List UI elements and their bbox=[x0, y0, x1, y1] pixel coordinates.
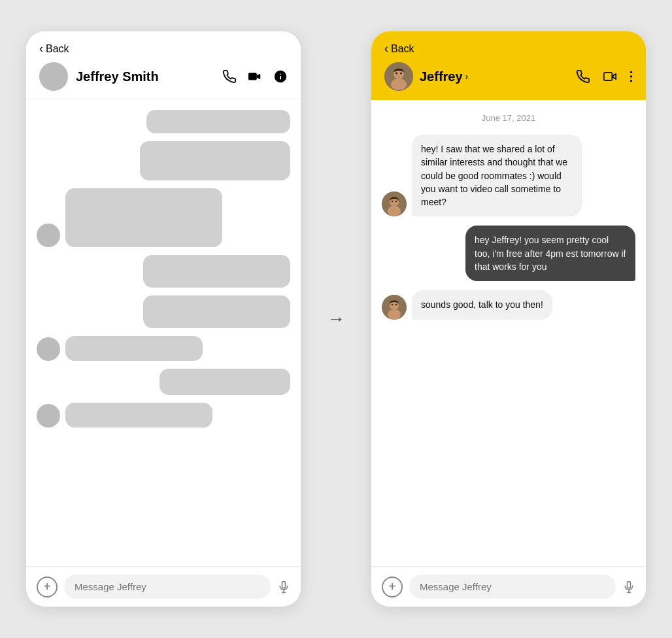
message-input-left[interactable] bbox=[64, 575, 271, 599]
svg-point-20 bbox=[392, 201, 394, 203]
placeholder-bubble bbox=[146, 110, 290, 133]
svg-rect-27 bbox=[628, 581, 631, 588]
svg-point-26 bbox=[395, 303, 397, 305]
video-icon-right[interactable] bbox=[602, 70, 618, 83]
phone-icon-left[interactable] bbox=[222, 69, 237, 84]
avatar-jeffrey-1 bbox=[382, 192, 407, 216]
svg-rect-13 bbox=[604, 73, 613, 80]
left-phone: ‹ Back Jeffrey Smith bbox=[26, 31, 301, 607]
right-phone: ‹ Back bbox=[371, 31, 646, 607]
contact-name-right[interactable]: Jeffrey › bbox=[420, 69, 468, 84]
avatar-placeholder bbox=[37, 337, 60, 361]
mic-icon-right[interactable] bbox=[622, 580, 635, 594]
svg-point-19 bbox=[388, 206, 401, 216]
placeholder-bubble bbox=[160, 369, 290, 395]
chevron-right-icon: › bbox=[465, 71, 469, 82]
table-row bbox=[37, 403, 290, 428]
placeholder-bubble bbox=[140, 141, 290, 180]
video-icon-left[interactable] bbox=[247, 69, 263, 84]
back-label-left: Back bbox=[46, 43, 69, 55]
placeholder-bubble bbox=[65, 336, 203, 361]
message-bubble-1: hey! I saw that we shared a lot of simil… bbox=[412, 135, 582, 216]
avatar-right[interactable] bbox=[384, 62, 413, 91]
more-icon-right[interactable] bbox=[630, 70, 633, 83]
avatar-placeholder bbox=[37, 404, 60, 428]
placeholder-bubble bbox=[65, 403, 212, 428]
chevron-left-icon: ‹ bbox=[39, 42, 43, 56]
svg-point-24 bbox=[388, 309, 401, 320]
avatar-jeffrey-2 bbox=[382, 295, 407, 320]
placeholder-bubble bbox=[143, 295, 290, 328]
chevron-left-icon-right: ‹ bbox=[384, 42, 388, 56]
svg-point-10 bbox=[395, 73, 397, 75]
back-button-left[interactable]: ‹ Back bbox=[39, 42, 288, 56]
info-icon-left[interactable] bbox=[273, 69, 288, 84]
phone-icon-right[interactable] bbox=[576, 69, 590, 84]
right-header: ‹ Back bbox=[371, 31, 646, 100]
table-row bbox=[37, 110, 290, 133]
date-label: June 17, 2021 bbox=[382, 113, 635, 123]
svg-point-14 bbox=[630, 71, 632, 73]
contact-name-left: Jeffrey Smith bbox=[76, 69, 159, 84]
avatar-placeholder bbox=[37, 224, 60, 247]
svg-point-15 bbox=[630, 75, 632, 77]
plus-button-left[interactable]: + bbox=[37, 577, 58, 597]
svg-point-16 bbox=[630, 80, 632, 82]
icon-row-left bbox=[222, 69, 288, 84]
transition-arrow: → bbox=[327, 309, 345, 329]
placeholder-bubble bbox=[65, 188, 222, 247]
message-row-1: hey! I saw that we shared a lot of simil… bbox=[382, 135, 635, 216]
table-row bbox=[37, 255, 290, 288]
message-bubble-2: hey Jeffrey! you seem pretty cool too, i… bbox=[465, 226, 635, 281]
right-contact-left: Jeffrey › bbox=[384, 62, 468, 91]
plus-button-right[interactable]: + bbox=[382, 577, 403, 597]
message-row-2: hey Jeffrey! you seem pretty cool too, i… bbox=[382, 226, 635, 281]
contact-left: Jeffrey Smith bbox=[39, 62, 159, 91]
svg-point-9 bbox=[391, 78, 407, 90]
table-row bbox=[37, 188, 290, 247]
left-header: ‹ Back Jeffrey Smith bbox=[26, 31, 301, 99]
back-button-right[interactable]: ‹ Back bbox=[384, 42, 633, 56]
left-chat-area bbox=[26, 99, 301, 566]
table-row bbox=[37, 141, 290, 180]
back-label-right: Back bbox=[391, 43, 414, 55]
message-bubble-3: sounds good, talk to you then! bbox=[412, 290, 552, 319]
mic-icon-left[interactable] bbox=[277, 580, 290, 594]
svg-point-25 bbox=[392, 303, 394, 305]
input-bar-right: + bbox=[371, 566, 646, 607]
right-contact-row: Jeffrey › bbox=[384, 62, 633, 91]
svg-point-21 bbox=[395, 201, 397, 203]
message-input-right[interactable] bbox=[409, 575, 616, 599]
svg-marker-12 bbox=[612, 74, 616, 79]
svg-rect-4 bbox=[282, 581, 286, 588]
table-row bbox=[37, 369, 290, 395]
table-row bbox=[37, 336, 290, 361]
placeholder-bubble bbox=[143, 255, 290, 288]
message-row-3: sounds good, talk to you then! bbox=[382, 290, 635, 319]
right-chat-area: June 17, 2021 hey! I saw that we shared … bbox=[371, 100, 646, 566]
svg-rect-0 bbox=[248, 73, 257, 80]
input-bar-left: + bbox=[26, 566, 301, 607]
right-icon-row bbox=[576, 69, 633, 84]
contact-row-left: Jeffrey Smith bbox=[39, 62, 288, 91]
svg-point-11 bbox=[400, 73, 402, 75]
table-row bbox=[37, 295, 290, 328]
avatar-left bbox=[39, 62, 68, 91]
